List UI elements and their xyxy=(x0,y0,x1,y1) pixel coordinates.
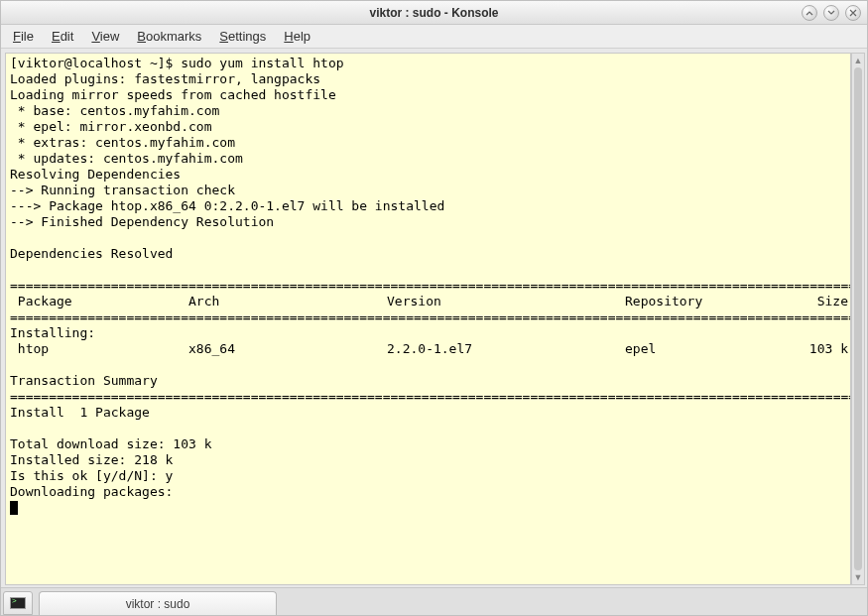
cursor xyxy=(10,501,18,515)
menu-bookmarks[interactable]: Bookmarks xyxy=(137,29,201,44)
divider-line: ========================================… xyxy=(10,309,846,325)
minimize-button[interactable] xyxy=(802,5,817,21)
divider-line: ========================================… xyxy=(10,278,846,294)
scroll-down-icon[interactable]: ▼ xyxy=(852,570,864,584)
output-line: * extras: centos.myfahim.com xyxy=(10,135,846,151)
output-line: Total download size: 103 k xyxy=(10,436,846,452)
output-line: Installed size: 218 k xyxy=(10,452,846,468)
output-line: --> Finished Dependency Resolution xyxy=(10,214,846,230)
menubar: File Edit View Bookmarks Settings Help xyxy=(1,25,867,49)
tab-label: viktor : sudo xyxy=(126,597,190,611)
window-title: viktor : sudo - Konsole xyxy=(369,6,498,20)
window-buttons xyxy=(802,5,861,21)
table-row: htopx86_642.2.0-1.el7epel103 k xyxy=(10,341,846,357)
terminal-icon xyxy=(10,597,26,609)
command: sudo yum install htop xyxy=(181,56,343,70)
tabbar: viktor : sudo xyxy=(1,587,867,615)
scroll-thumb[interactable] xyxy=(854,67,862,570)
prompt: [viktor@localhost ~]$ xyxy=(10,56,181,70)
output-line: * updates: centos.myfahim.com xyxy=(10,151,846,167)
konsole-window: viktor : sudo - Konsole File Edit View B… xyxy=(0,0,868,616)
output-line: * epel: mirror.xeonbd.com xyxy=(10,119,846,135)
output-line: Install 1 Package xyxy=(10,405,846,421)
output-line: Dependencies Resolved xyxy=(10,246,846,262)
menu-file[interactable]: File xyxy=(13,29,34,44)
menu-edit[interactable]: Edit xyxy=(52,29,73,44)
close-button[interactable] xyxy=(845,5,861,21)
output-line: Loaded plugins: fastestmirror, langpacks xyxy=(10,71,846,87)
scroll-up-icon[interactable]: ▲ xyxy=(852,54,864,67)
tab[interactable]: viktor : sudo xyxy=(39,591,277,615)
titlebar[interactable]: viktor : sudo - Konsole xyxy=(1,1,867,25)
output-line: Loading mirror speeds from cached hostfi… xyxy=(10,87,846,103)
menu-view[interactable]: View xyxy=(91,29,119,44)
scrollbar[interactable]: ▲ ▼ xyxy=(851,53,865,585)
output-line: Resolving Dependencies xyxy=(10,167,846,183)
output-line: * base: centos.myfahim.com xyxy=(10,103,846,119)
output-line: Downloading packages: xyxy=(10,484,846,500)
user-input: y xyxy=(166,468,174,483)
terminal[interactable]: [viktor@localhost ~]$ sudo yum install h… xyxy=(5,53,851,585)
menu-settings[interactable]: Settings xyxy=(219,29,266,44)
output-line: Is this ok [y/d/N]: xyxy=(10,468,166,483)
output-line: Transaction Summary xyxy=(10,373,846,389)
divider-line: ========================================… xyxy=(10,389,846,405)
terminal-container: [viktor@localhost ~]$ sudo yum install h… xyxy=(1,49,867,587)
output-line: --> Running transaction check xyxy=(10,183,846,198)
menu-help[interactable]: Help xyxy=(284,29,310,44)
new-tab-button[interactable] xyxy=(3,591,33,615)
table-header: PackageArchVersionRepositorySize xyxy=(10,294,846,309)
maximize-button[interactable] xyxy=(823,5,839,21)
output-line: Installing: xyxy=(10,325,846,341)
output-line: ---> Package htop.x86_64 0:2.2.0-1.el7 w… xyxy=(10,198,846,214)
